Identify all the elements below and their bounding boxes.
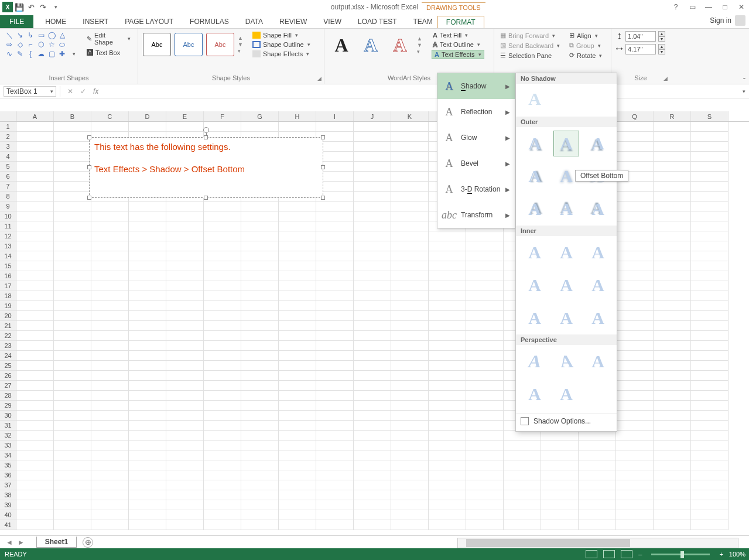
cell[interactable] [241, 301, 279, 311]
cell[interactable] [391, 182, 429, 192]
cell[interactable] [316, 122, 354, 132]
cell[interactable] [54, 221, 91, 231]
cell[interactable] [279, 421, 316, 431]
cell[interactable] [241, 460, 279, 470]
shape-styles-dialog-icon[interactable]: ◢ [317, 76, 322, 81]
cell[interactable] [241, 381, 279, 391]
cell[interactable] [691, 500, 729, 510]
cell[interactable] [166, 381, 204, 391]
cell[interactable] [429, 331, 466, 341]
cell[interactable] [691, 470, 729, 480]
cell[interactable] [354, 361, 391, 371]
cell[interactable] [466, 331, 504, 341]
cell[interactable] [691, 261, 729, 271]
cell[interactable] [316, 480, 354, 490]
shadow-inner-3[interactable]: A [585, 240, 611, 265]
cell[interactable] [16, 152, 54, 162]
cell[interactable] [316, 510, 354, 520]
row-header-17[interactable]: 17 [0, 281, 16, 291]
cell[interactable] [391, 231, 429, 241]
cell[interactable] [54, 441, 91, 450]
cell[interactable] [129, 411, 166, 421]
cell[interactable] [466, 241, 504, 251]
cell[interactable] [54, 460, 91, 470]
cell[interactable] [91, 381, 129, 391]
cell[interactable] [691, 211, 729, 221]
cell[interactable] [616, 470, 654, 480]
cell[interactable] [279, 301, 316, 311]
cell[interactable] [91, 480, 129, 490]
cell[interactable] [279, 460, 316, 470]
cell[interactable] [91, 321, 129, 331]
cell[interactable] [316, 202, 354, 211]
cell[interactable] [354, 321, 391, 331]
cell[interactable] [54, 421, 91, 431]
cell[interactable] [466, 480, 504, 490]
resize-handle-nw[interactable] [87, 135, 91, 139]
cell[interactable] [391, 152, 429, 162]
cell[interactable] [204, 450, 241, 460]
cell[interactable] [204, 241, 241, 251]
resize-handle-s[interactable] [204, 196, 208, 200]
row-header-31[interactable]: 31 [0, 421, 16, 431]
cell[interactable] [279, 431, 316, 441]
cell[interactable] [54, 391, 91, 401]
cell[interactable] [166, 431, 204, 441]
cell[interactable] [316, 401, 354, 411]
cell[interactable] [391, 480, 429, 490]
cell[interactable] [391, 321, 429, 331]
cell[interactable] [16, 132, 54, 142]
cell[interactable] [504, 431, 541, 441]
style-gallery-down-icon[interactable]: ▼ [238, 42, 243, 47]
shape-brace-icon[interactable]: { [26, 50, 35, 58]
cell[interactable] [54, 132, 91, 142]
cell[interactable] [354, 381, 391, 391]
cell[interactable] [54, 162, 91, 172]
text-effects-button[interactable]: AText Effects▾ [432, 50, 484, 59]
cell[interactable] [241, 490, 279, 500]
row-header-8[interactable]: 8 [0, 192, 16, 202]
cell[interactable] [654, 520, 691, 530]
sheet-nav-next-icon[interactable]: ► [18, 538, 25, 547]
cell[interactable] [616, 221, 654, 231]
cell[interactable] [654, 231, 691, 241]
cell[interactable] [541, 431, 579, 441]
cell[interactable] [241, 321, 279, 331]
cell[interactable] [316, 231, 354, 241]
cell[interactable] [204, 441, 241, 450]
horizontal-scrollbar[interactable] [457, 538, 738, 548]
cell[interactable] [354, 520, 391, 530]
cell[interactable] [54, 321, 91, 331]
name-box-dropdown-icon[interactable]: ▾ [50, 88, 53, 94]
cell[interactable] [504, 480, 541, 490]
cell[interactable] [354, 311, 391, 321]
cell[interactable] [466, 520, 504, 530]
row-header-37[interactable]: 37 [0, 480, 16, 490]
cell[interactable] [166, 261, 204, 271]
cell[interactable] [166, 311, 204, 321]
cell[interactable] [241, 401, 279, 411]
cell[interactable] [279, 490, 316, 500]
shadow-inner-1[interactable]: A [522, 240, 548, 265]
cell[interactable] [204, 211, 241, 221]
cell[interactable] [616, 271, 654, 281]
shape-line2-icon[interactable]: ↘ [15, 31, 25, 39]
cell[interactable] [16, 510, 54, 520]
cell[interactable] [616, 361, 654, 371]
cell[interactable] [54, 202, 91, 211]
cell[interactable] [241, 441, 279, 450]
cell[interactable] [129, 331, 166, 341]
cell[interactable] [16, 490, 54, 500]
cell[interactable] [241, 251, 279, 261]
cell[interactable] [91, 401, 129, 411]
cell[interactable] [691, 381, 729, 391]
cell[interactable] [279, 450, 316, 460]
cell[interactable] [354, 341, 391, 351]
cell[interactable] [279, 331, 316, 341]
shape-style-3[interactable]: Abc [206, 33, 234, 56]
col-header-G[interactable]: G [241, 111, 279, 121]
cell[interactable] [204, 391, 241, 401]
row-header-29[interactable]: 29 [0, 401, 16, 411]
tab-format[interactable]: FORMAT [437, 16, 484, 28]
cell[interactable] [654, 311, 691, 321]
